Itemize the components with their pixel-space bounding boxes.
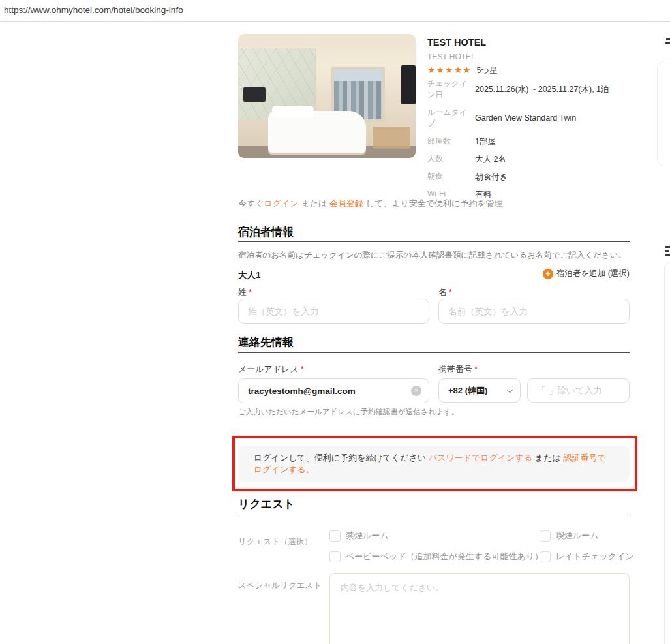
- last-name-label: 姓*: [238, 286, 252, 298]
- requests-title: リクエスト: [238, 497, 295, 512]
- guest-info-divider: [238, 241, 630, 242]
- email-field-wrap: ×: [238, 378, 429, 403]
- clipped-summary-card: [657, 61, 670, 166]
- photo-tv-left: [243, 87, 266, 102]
- summary-value: 朝食付き: [475, 171, 508, 183]
- login-link[interactable]: ログイン: [264, 198, 299, 208]
- chevron-down-icon: [507, 386, 513, 393]
- clipped-heading: [665, 246, 670, 248]
- password-login-link[interactable]: パスワードでログインする: [429, 453, 532, 463]
- checkbox-label: 禁煙ルーム: [346, 530, 389, 542]
- plus-icon: +: [543, 269, 553, 279]
- login-banner-text: ログインして、便利に予約を続けてください: [254, 453, 429, 463]
- phone-label: 携帯番号*: [438, 363, 478, 375]
- email-helper-text: ご入力いただいたメールアドレスに予約確認書が送信されます。: [238, 407, 459, 417]
- email-input[interactable]: [238, 378, 429, 403]
- photo-tv-right: [401, 65, 416, 104]
- hotel-name: TEST HOTEL: [427, 37, 486, 48]
- summary-value: 2025.11.26(水) ~ 2025.11.27(木), 1泊: [475, 84, 609, 95]
- checkbox-baby-bed[interactable]: ベービーベッド（追加料金が発生する可能性あり）: [329, 551, 543, 562]
- star-rating: ★★★★★ 5つ星: [427, 65, 498, 76]
- adult-1-label: 大人1: [238, 269, 261, 281]
- star-icons: ★★★★★: [427, 65, 472, 75]
- photo-desk: [373, 127, 410, 149]
- login-prompt-suffix: して、より安全で便利に予約を管理: [363, 198, 503, 208]
- checkbox-icon[interactable]: [329, 530, 341, 542]
- checkbox-label: レイトチェックイン: [556, 551, 634, 562]
- clipped-heading: [665, 250, 669, 252]
- contact-info-title: 連絡先情報: [238, 335, 294, 350]
- required-mark: *: [449, 287, 452, 297]
- first-name-label: 名*: [438, 286, 452, 298]
- summary-value: 大人 2名: [475, 153, 506, 165]
- country-code-value: +82 (韓国): [448, 385, 487, 397]
- guest-info-title: 宿泊者情報: [238, 224, 294, 239]
- hotel-photo: [238, 34, 416, 158]
- add-guest-button[interactable]: + 宿泊者を追加 (選択): [543, 268, 630, 279]
- top-login-prompt: 今すぐログイン または 会員登録 して、より安全で便利に予約を管理: [238, 198, 503, 209]
- checkbox-icon[interactable]: [329, 551, 341, 562]
- summary-value: 1部屋: [475, 136, 496, 147]
- summary-label: ルームタイプ: [427, 107, 475, 130]
- required-mark: *: [249, 287, 252, 297]
- checkbox-icon[interactable]: [540, 530, 551, 542]
- booking-summary-table: チェックイン日 2025.11.26(水) ~ 2025.11.27(木), 1…: [427, 78, 636, 206]
- summary-label: チェックイン日: [427, 78, 475, 101]
- clear-email-icon[interactable]: ×: [411, 386, 421, 396]
- login-banner-middle: または: [532, 453, 563, 463]
- login-prompt-prefix: 今すぐ: [238, 198, 264, 208]
- photo-pillow: [272, 106, 314, 117]
- summary-label: 部屋数: [427, 136, 475, 147]
- star-rating-label: 5つ星: [476, 66, 497, 75]
- summary-row-checkin: チェックイン日 2025.11.26(水) ~ 2025.11.27(木), 1…: [427, 78, 636, 101]
- first-name-input[interactable]: [438, 299, 630, 324]
- country-code-select[interactable]: +82 (韓国): [438, 378, 521, 403]
- add-guest-label: 宿泊者を追加 (選択): [556, 268, 630, 279]
- required-mark: *: [474, 364, 478, 374]
- login-prompt-middle: または: [299, 198, 329, 208]
- login-banner: ログインして、便利に予約を続けてください パスワードでログインする または 認証…: [238, 446, 630, 482]
- request-select-label: リクエスト（選択）: [238, 536, 312, 547]
- summary-row-rooms: 部屋数 1部屋: [427, 136, 636, 147]
- summary-label: 朝食: [427, 171, 475, 183]
- checkbox-label: 喫煙ルーム: [556, 530, 599, 542]
- clipped-price-card: [664, 261, 670, 644]
- checkbox-label: ベービーベッド（追加料金が発生する可能性あり）: [346, 551, 543, 562]
- summary-row-guests: 人数 大人 2名: [427, 153, 636, 165]
- clipped-heading: [665, 254, 670, 256]
- phone-input[interactable]: [527, 378, 630, 403]
- required-mark: *: [301, 364, 304, 374]
- checkbox-smoking[interactable]: 喫煙ルーム: [540, 530, 599, 542]
- urlbar-divider: [656, 0, 656, 21]
- last-name-input[interactable]: [238, 299, 429, 324]
- register-link[interactable]: 会員登録: [329, 198, 363, 208]
- summary-row-breakfast: 朝食 朝食付き: [427, 171, 636, 183]
- email-label: メールアドレス*: [238, 363, 304, 375]
- url-text[interactable]: https://www.ohmyhotel.com/hotel/booking-…: [4, 0, 183, 21]
- clipped-panel-title: [665, 42, 670, 44]
- contact-info-divider: [238, 352, 630, 353]
- summary-label: 人数: [427, 153, 475, 165]
- requests-divider: [238, 515, 630, 515]
- special-request-label: スペシャルリクエスト: [238, 580, 322, 591]
- browser-url-bar[interactable]: https://www.ohmyhotel.com/hotel/booking-…: [0, 0, 670, 22]
- checkbox-no-smoking[interactable]: 禁煙ルーム: [329, 530, 389, 542]
- summary-row-roomtype: ルームタイプ Garden View Standard Twin: [427, 107, 636, 130]
- checkbox-icon[interactable]: [540, 551, 551, 562]
- clipped-panel-title: [666, 38, 670, 40]
- checkbox-late-checkin[interactable]: レイトチェックイン: [540, 551, 634, 562]
- hotel-subname: TEST HOTEL: [427, 52, 476, 61]
- guest-info-description: 宿泊者のお名前はチェックインの際にご提示の本人確認書類に記載されているお名前でご…: [238, 250, 626, 261]
- summary-value: Garden View Standard Twin: [475, 112, 576, 124]
- special-request-textarea[interactable]: [329, 573, 630, 644]
